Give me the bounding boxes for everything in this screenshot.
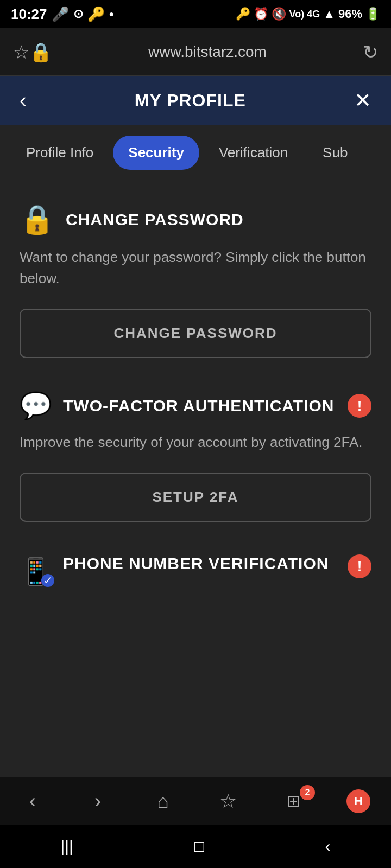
setup-2fa-button[interactable]: SETUP 2FA (20, 473, 371, 522)
status-bar: 10:27 🎤 ⊙ 🔑 ● 🔑 ⏰ 🔇 Vo) 4G ▲ 96% 🔋 (0, 0, 391, 28)
2fa-icon: 💬 (20, 391, 52, 421)
lock-icon: 🔒 (29, 41, 52, 63)
close-button[interactable]: ✕ (350, 88, 376, 112)
user-avatar: H (346, 789, 370, 813)
2fa-header-content: TWO-FACTOR AUTHENTICATION (63, 397, 337, 415)
browser-url[interactable]: www.bitstarz.com (52, 43, 363, 61)
two-factor-section: 💬 TWO-FACTOR AUTHENTICATION ! Improve th… (20, 391, 371, 522)
lock-section-icon: 🔒 (20, 203, 55, 236)
back-system-button[interactable]: ‹ (325, 837, 331, 856)
favorite-icon[interactable]: ☆ (13, 41, 29, 63)
tab-sub[interactable]: Sub (307, 136, 363, 170)
key-icon: 🔑 (87, 6, 105, 23)
wifi-icon: ▲ (323, 7, 335, 21)
battery-icon: 🔋 (365, 7, 380, 21)
browser-back-button[interactable]: ‹ (11, 785, 54, 818)
phone-verification-section: 📱 ✓ PHONE NUMBER VERIFICATION ! (20, 554, 371, 587)
tab-verification[interactable]: Verification (204, 136, 303, 170)
signal-icon: Vo) 4G (289, 9, 320, 20)
recent-apps-button[interactable]: ||| (60, 837, 73, 856)
change-password-section: 🔒 CHANGE PASSWORD Want to change your pa… (20, 203, 371, 358)
mic-icon: 🎤 (52, 6, 69, 23)
tab-profile-info[interactable]: Profile Info (11, 136, 109, 170)
home-button[interactable]: ⌂ (141, 785, 185, 818)
change-password-description: Want to change your password? Simply cli… (20, 247, 371, 289)
key-status-icon: 🔑 (236, 7, 250, 21)
phone-verification-title: PHONE NUMBER VERIFICATION (63, 554, 329, 572)
system-nav: ||| □ ‹ (0, 825, 391, 868)
phone-icon: 📱 ✓ (20, 554, 52, 587)
page-title: MY PROFILE (135, 91, 246, 111)
two-factor-header: 💬 TWO-FACTOR AUTHENTICATION ! (20, 391, 371, 421)
menu-button[interactable]: H (337, 785, 380, 818)
favorites-button[interactable]: ☆ (206, 785, 250, 818)
browser-bar: ☆ 🔒 www.bitstarz.com ↻ (0, 28, 391, 76)
refresh-icon[interactable]: ↻ (363, 41, 378, 63)
phone-warning-badge: ! (348, 554, 371, 578)
2fa-warning-badge: ! (348, 394, 371, 418)
tabs-badge: 2 (300, 785, 315, 800)
status-time: 10:27 (11, 6, 47, 23)
two-factor-description: Improve the security of your account by … (20, 432, 371, 453)
tabs-button[interactable]: ⊞ 2 (272, 785, 315, 818)
dot-icon: ● (109, 9, 115, 19)
change-password-button[interactable]: CHANGE PASSWORD (20, 309, 371, 358)
change-password-header: 🔒 CHANGE PASSWORD (20, 203, 371, 236)
status-bar-right: 🔑 ⏰ 🔇 Vo) 4G ▲ 96% 🔋 (236, 7, 381, 21)
tab-security[interactable]: Security (113, 136, 199, 170)
mute-icon: 🔇 (272, 7, 286, 21)
battery-text: 96% (338, 7, 362, 21)
home-system-button[interactable]: □ (194, 837, 204, 856)
security-content: 🔒 CHANGE PASSWORD Want to change your pa… (0, 181, 391, 832)
chrome-icon: ⊙ (73, 7, 83, 21)
two-factor-title: TWO-FACTOR AUTHENTICATION (63, 397, 334, 414)
phone-header-content: PHONE NUMBER VERIFICATION (63, 554, 337, 573)
bottom-nav: ‹ › ⌂ ☆ ⊞ 2 H (0, 777, 391, 825)
phone-verification-header: 📱 ✓ PHONE NUMBER VERIFICATION ! (20, 554, 371, 587)
status-bar-left: 10:27 🎤 ⊙ 🔑 ● (11, 6, 114, 23)
change-password-title: CHANGE PASSWORD (66, 210, 244, 229)
back-button[interactable]: ‹ (15, 89, 31, 112)
app-header: ‹ MY PROFILE ✕ (0, 76, 391, 125)
browser-forward-button[interactable]: › (76, 785, 119, 818)
tabs-container: Profile Info Security Verification Sub (0, 125, 391, 181)
alarm-icon: ⏰ (254, 7, 268, 21)
